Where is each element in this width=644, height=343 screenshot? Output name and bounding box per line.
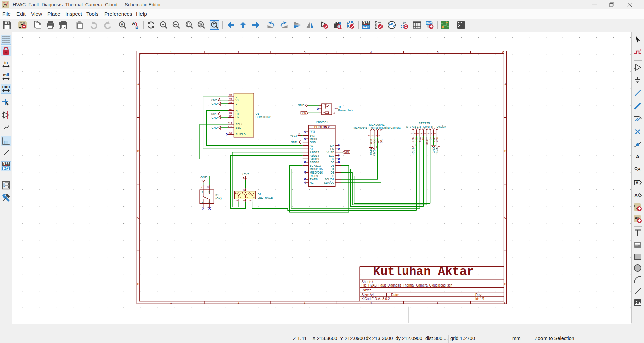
- svg-text:A1: A1: [310, 147, 313, 151]
- svg-text:LI+: LI+: [330, 144, 334, 147]
- svg-text:+3V3: +3V3: [242, 172, 249, 176]
- svg-text:MISO/D16: MISO/D16: [310, 171, 323, 174]
- svg-text:4: 4: [378, 135, 380, 136]
- svg-text:TX/D8: TX/D8: [310, 178, 318, 181]
- svg-text:Id: 1/1: Id: 1/1: [475, 297, 485, 301]
- svg-text:VCC: VCC: [373, 139, 376, 144]
- svg-text:B1A: B1A: [228, 122, 232, 124]
- svg-text:MLX90641 Thermal Imaging Camer: MLX90641 Thermal Imaging Camera: [354, 126, 401, 129]
- svg-text:1: 1: [170, 301, 172, 304]
- svg-text:5: 5: [424, 133, 426, 134]
- svg-text:2: 2: [202, 201, 203, 203]
- svg-text:LED: LED: [412, 137, 414, 142]
- svg-text:SCK: SCK: [415, 137, 418, 142]
- svg-text:S1: S1: [229, 132, 232, 134]
- svg-text:C: C: [504, 216, 506, 219]
- svg-text:SEL−: SEL−: [236, 126, 243, 129]
- svg-text:R42: R42: [3, 167, 9, 170]
- svg-text:+3V3: +3V3: [211, 99, 217, 102]
- svg-text:KiCad E.D.A. 8.0.2: KiCad E.D.A. 8.0.2: [362, 297, 390, 301]
- svg-text:V2: V2: [229, 94, 232, 97]
- svg-text:GND: GND: [211, 116, 218, 119]
- svg-text:SDA: SDA: [419, 137, 421, 142]
- svg-text:Rev:: Rev:: [475, 293, 482, 297]
- svg-text:A: A: [132, 21, 135, 26]
- svg-text:NC: NC: [310, 181, 314, 184]
- svg-text:H1: H1: [229, 112, 232, 114]
- svg-text:3V3: 3V3: [310, 134, 315, 137]
- svg-text:A5/D14: A5/D14: [310, 154, 319, 157]
- svg-text:GND: GND: [310, 141, 316, 144]
- svg-text:6: 6: [504, 301, 505, 304]
- svg-text:D7: D7: [331, 157, 334, 161]
- svg-text:4: 4: [200, 186, 203, 188]
- svg-text:3: 3: [304, 301, 306, 304]
- svg-text:S3/D18: S3/D18: [310, 161, 319, 164]
- svg-text:7: 7: [431, 133, 433, 134]
- svg-text:3: 3: [208, 191, 210, 193]
- svg-text:SDA/D0: SDA/D0: [324, 181, 334, 184]
- svg-text:GND: GND: [298, 104, 304, 107]
- svg-text:D: D: [137, 282, 139, 286]
- svg-text:SHIELD: SHIELD: [236, 132, 246, 136]
- svg-text:VUSB: VUSB: [327, 151, 334, 154]
- svg-text:SCL/D1: SCL/D1: [324, 178, 334, 181]
- svg-text:GND: GND: [200, 175, 207, 179]
- svg-text:S4/D19: S4/D19: [310, 157, 319, 161]
- svg-text:in: in: [4, 60, 8, 65]
- svg-text:A: A: [634, 193, 638, 198]
- svg-text:GND: GND: [432, 147, 435, 153]
- svg-text:3: 3: [375, 135, 377, 136]
- svg-text:G: G: [247, 196, 248, 198]
- svg-text:5: 5: [437, 51, 439, 54]
- svg-text:H−: H−: [236, 116, 239, 119]
- svg-text:D3: D3: [331, 171, 334, 174]
- svg-text:5: 5: [437, 301, 439, 304]
- svg-text:GND: GND: [291, 141, 297, 144]
- svg-text:GND: GND: [370, 139, 372, 144]
- svg-text:GND: GND: [211, 102, 218, 105]
- svg-text:3: 3: [304, 51, 306, 54]
- svg-text:MODE: MODE: [310, 137, 318, 141]
- svg-text:MOSI/D15: MOSI/D15: [310, 167, 323, 171]
- svg-text:Size: A4: Size: A4: [362, 293, 374, 297]
- svg-text:A: A: [137, 83, 139, 86]
- svg-text:+3V3: +3V3: [290, 134, 297, 137]
- svg-text:B: B: [135, 25, 138, 29]
- svg-text:B: B: [253, 196, 255, 198]
- svg-text:4: 4: [370, 301, 372, 304]
- svg-text:Kutluhan Aktar: Kutluhan Aktar: [373, 265, 474, 279]
- svg-text:4: 4: [420, 133, 423, 134]
- svg-text:2: 2: [238, 301, 239, 304]
- svg-text:3: 3: [417, 133, 419, 134]
- svg-text:1: 1: [236, 200, 238, 201]
- svg-text:A2/D13: A2/D13: [310, 151, 319, 154]
- svg-text:4: 4: [370, 51, 372, 54]
- svg-text:A: A: [637, 167, 641, 172]
- svg-text:A: A: [635, 216, 637, 220]
- svg-text:SEL+: SEL+: [236, 123, 243, 126]
- svg-text:2: 2: [371, 135, 374, 136]
- svg-text:Photon2: Photon2: [316, 120, 328, 124]
- svg-text:RX/D9: RX/D9: [310, 174, 318, 178]
- svg-text:A: A: [635, 181, 638, 185]
- svg-text:2: 2: [243, 189, 245, 191]
- svg-text:COM-09032: COM-09032: [256, 115, 271, 119]
- svg-text:1: 1: [208, 201, 210, 203]
- svg-text:(OK): (OK): [215, 197, 222, 200]
- svg-text:V−: V−: [236, 102, 239, 105]
- svg-text:+3V3: +3V3: [435, 148, 439, 155]
- svg-text:D2: D2: [331, 174, 334, 178]
- svg-text:C: C: [137, 216, 139, 219]
- svg-text:ST7735 1.8" Color TFT Display: ST7735 1.8" Color TFT Display: [406, 125, 446, 128]
- svg-text:3: 3: [207, 186, 209, 188]
- svg-text:3: 3: [243, 200, 245, 201]
- svg-text:CBH: CBH: [334, 108, 338, 110]
- svg-text:SCK/D17: SCK/D17: [310, 164, 321, 167]
- svg-text:1: 1: [368, 135, 370, 136]
- svg-text:+3V3: +3V3: [373, 150, 376, 156]
- svg-text:Date:: Date:: [391, 293, 399, 297]
- svg-text:RESET: RESET: [426, 137, 428, 145]
- svg-text:A: A: [504, 83, 506, 86]
- svg-text:V1: V1: [229, 98, 232, 100]
